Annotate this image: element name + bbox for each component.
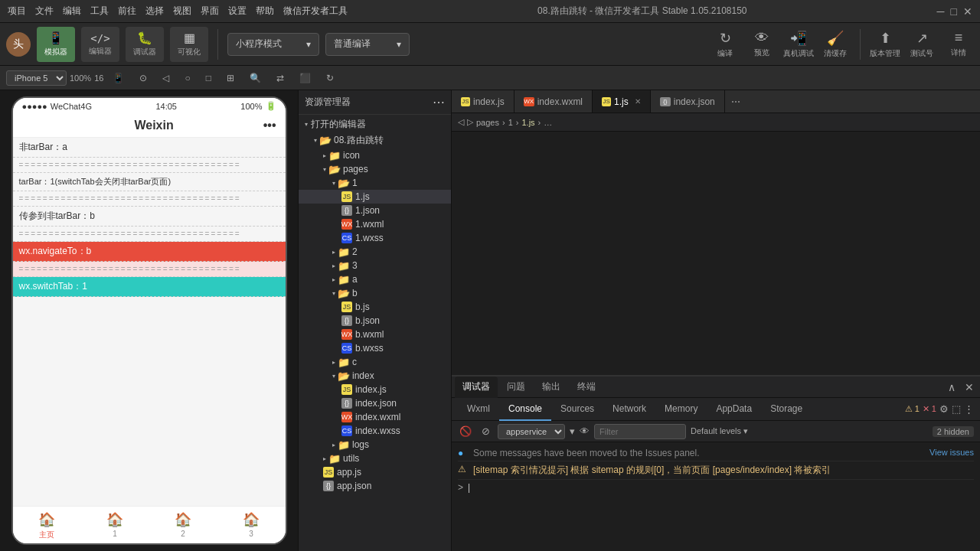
breadcrumb-1[interactable]: 1: [508, 118, 513, 127]
tab-1-js[interactable]: JS 1.js ✕: [593, 90, 651, 113]
explorer-item-icon[interactable]: ▸📁 icon: [299, 148, 451, 162]
breadcrumb-nav-fwd[interactable]: ▷: [467, 117, 473, 127]
menu-project[interactable]: 项目: [8, 5, 26, 18]
breadcrumb-pages[interactable]: pages: [476, 118, 499, 127]
devtools-tab-output[interactable]: 输出: [534, 377, 568, 398]
explorer-item-app-js[interactable]: JS app.js: [299, 465, 451, 479]
tab-index-wxml[interactable]: WX index.wxml: [514, 90, 593, 113]
devtools-tab-terminal[interactable]: 终端: [570, 377, 603, 398]
phone-icon[interactable]: 📱: [106, 69, 130, 87]
explorer-item-b-json[interactable]: {} b.json: [299, 314, 451, 328]
dark-btn[interactable]: ⬛: [293, 69, 317, 87]
menu-help[interactable]: 帮助: [256, 5, 274, 18]
explorer-item-1-wxss[interactable]: CS 1.wxss: [299, 231, 451, 245]
explorer-item-1-js[interactable]: JS 1.js: [299, 190, 451, 204]
menu-tool[interactable]: 工具: [90, 5, 109, 18]
test-button[interactable]: ↗ 测试号: [906, 30, 937, 59]
panel-settings-icon[interactable]: ⚙: [939, 403, 949, 415]
explorer-item-b-wxml[interactable]: WX b.wxml: [299, 328, 451, 341]
breadcrumb-1js[interactable]: 1.js: [521, 118, 534, 127]
avatar[interactable]: 头: [6, 32, 31, 57]
explorer-more-icon[interactable]: ⋯: [433, 95, 445, 109]
tabbar-1[interactable]: 🏠 1: [81, 507, 149, 543]
appservice-dropdown-icon[interactable]: ▾: [570, 425, 575, 437]
visual-button[interactable]: ▦ 可视化: [170, 27, 208, 62]
error-count-badge[interactable]: ✕ 1: [923, 404, 936, 414]
maximize-button[interactable]: □: [951, 5, 957, 18]
search-btn[interactable]: 🔍: [243, 69, 267, 87]
back-btn[interactable]: ◁: [156, 69, 175, 87]
preview-button[interactable]: 👁 预览: [746, 30, 777, 58]
tab-index-js[interactable]: JS index.js: [452, 90, 514, 113]
tab-index-json[interactable]: {} index.json: [651, 90, 725, 113]
explorer-item-b-wxss[interactable]: CS b.wxss: [299, 341, 451, 355]
console-eye-icon[interactable]: 👁: [580, 425, 590, 437]
explorer-item-app-json[interactable]: {} app.json: [299, 479, 451, 493]
explorer-item-utils[interactable]: ▸📁 utils: [299, 452, 451, 465]
compile-dropdown[interactable]: 普通编译 ▾: [325, 33, 410, 56]
minimize-button[interactable]: ─: [937, 5, 945, 18]
fullscreen-btn[interactable]: □: [200, 69, 217, 87]
grid-btn[interactable]: ⊞: [220, 69, 240, 87]
real-debug-button[interactable]: 📲 真机调试: [783, 30, 814, 59]
devtools-tab-debugger[interactable]: 调试器: [455, 377, 498, 398]
console-clear-btn[interactable]: 🚫: [458, 424, 473, 439]
menu-settings[interactable]: 设置: [228, 5, 247, 18]
panel-close-btn[interactable]: ✕: [962, 381, 977, 393]
explorer-item-logs[interactable]: ▸📁 logs: [299, 438, 451, 452]
explorer-item-1-json[interactable]: {} 1.json: [299, 204, 451, 217]
explorer-item-08-路由跳转[interactable]: ▾📂 08.路由跳转: [299, 132, 451, 148]
hidden-count-badge[interactable]: 2 hidden: [933, 426, 974, 437]
clean-cache-button[interactable]: 🧹 清缓存: [820, 30, 851, 59]
menu-file[interactable]: 文件: [35, 5, 54, 18]
console-input-line[interactable]: > |: [458, 480, 974, 495]
explorer-item-1-wxml[interactable]: WX 1.wxml: [299, 217, 451, 231]
explorer-item-打开的编辑器[interactable]: ▾打开的编辑器: [299, 116, 451, 132]
explorer-item-1[interactable]: ▾📂 1: [299, 176, 451, 190]
menu-goto[interactable]: 前往: [118, 5, 136, 18]
devtools-tab-issues[interactable]: 问题: [499, 377, 533, 398]
debugger-button[interactable]: 🐛 调试器: [126, 27, 164, 62]
device-select[interactable]: iPhone 5 iPhone 6 iPhone X: [6, 70, 67, 86]
tabbar-home[interactable]: 🏠 主页: [13, 507, 81, 543]
panel-tab-appdata[interactable]: AppData: [707, 398, 761, 421]
explorer-item-3[interactable]: ▸📁 3: [299, 259, 451, 272]
console-filter-input[interactable]: [594, 424, 686, 439]
mode-dropdown[interactable]: 小程序模式 ▾: [227, 33, 319, 56]
tab-more[interactable]: ⋯: [725, 96, 746, 107]
view-issues-link[interactable]: View issues: [929, 448, 974, 457]
version-button[interactable]: ⬆ 版本管理: [870, 30, 900, 59]
phone-tabbar[interactable]: 🏠 主页 🏠 1 🏠 2 🏠 3: [13, 506, 286, 543]
explorer-item-2[interactable]: ▸📁 2: [299, 245, 451, 259]
close-button[interactable]: ✕: [963, 5, 972, 18]
tabbar-3[interactable]: 🏠 3: [217, 507, 286, 543]
menu-bar[interactable]: 项目 文件 编辑 工具 前往 选择 视图 界面 设置 帮助 微信开发者工具: [8, 5, 348, 18]
simulator-button[interactable]: 📱 模拟器: [37, 27, 75, 62]
menu-edit[interactable]: 编辑: [63, 5, 81, 18]
breadcrumb-dots[interactable]: …: [544, 118, 552, 127]
menu-wechat[interactable]: 微信开发者工具: [283, 5, 348, 18]
default-levels-select[interactable]: Default levels ▾: [691, 426, 748, 436]
panel-tab-network[interactable]: Network: [603, 398, 655, 421]
rotate-btn[interactable]: ⇄: [270, 69, 290, 87]
editor-button[interactable]: </> 编辑器: [81, 27, 119, 62]
explorer-item-b[interactable]: ▾📂 b: [299, 286, 451, 300]
detail-button[interactable]: ≡ 详情: [943, 30, 974, 58]
panel-overflow-icon[interactable]: ⋮: [964, 403, 974, 415]
home-btn[interactable]: ○: [178, 69, 196, 87]
panel-tab-storage[interactable]: Storage: [761, 398, 812, 421]
explorer-item-c[interactable]: ▸📁 c: [299, 355, 451, 369]
explorer-item-index-js[interactable]: JS index.js: [299, 383, 451, 396]
phone-content[interactable]: 非tarBar：a ==============================…: [13, 138, 286, 506]
panel-tab-memory[interactable]: Memory: [655, 398, 707, 421]
appservice-select[interactable]: appservice: [498, 424, 565, 439]
menu-view[interactable]: 视图: [173, 5, 191, 18]
close-tab-1-js[interactable]: ✕: [635, 97, 641, 106]
console-filter-btn[interactable]: ⊘: [478, 424, 493, 439]
tabbar-2[interactable]: 🏠 2: [149, 507, 217, 543]
explorer-item-a[interactable]: ▸📁 a: [299, 272, 451, 286]
panel-tab-console[interactable]: Console: [499, 398, 551, 421]
panel-tab-sources[interactable]: Sources: [551, 398, 603, 421]
explorer-item-pages[interactable]: ▾📂 pages: [299, 162, 451, 176]
explorer-item-index-json[interactable]: {} index.json: [299, 396, 451, 410]
